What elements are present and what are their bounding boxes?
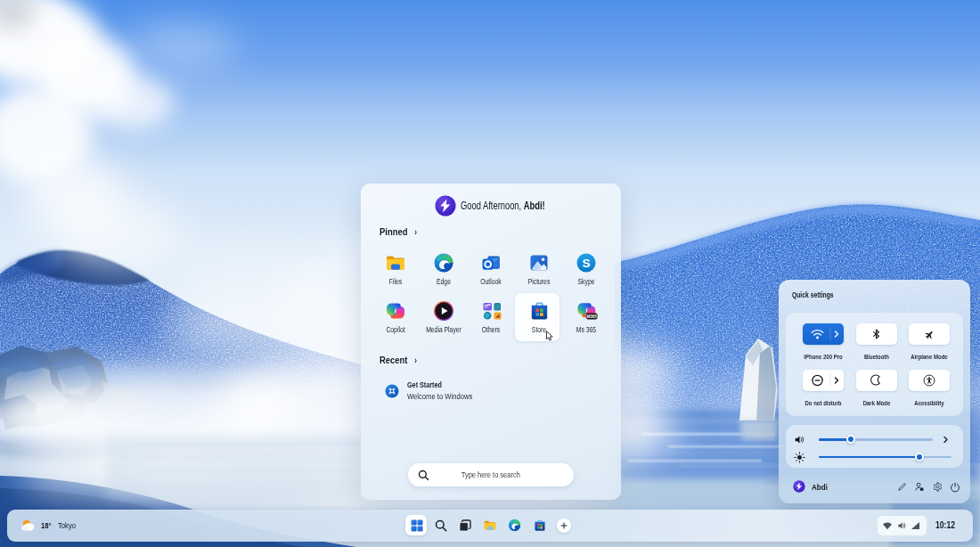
svg-text:S: S (582, 257, 590, 270)
svg-text:M365: M365 (586, 314, 597, 319)
